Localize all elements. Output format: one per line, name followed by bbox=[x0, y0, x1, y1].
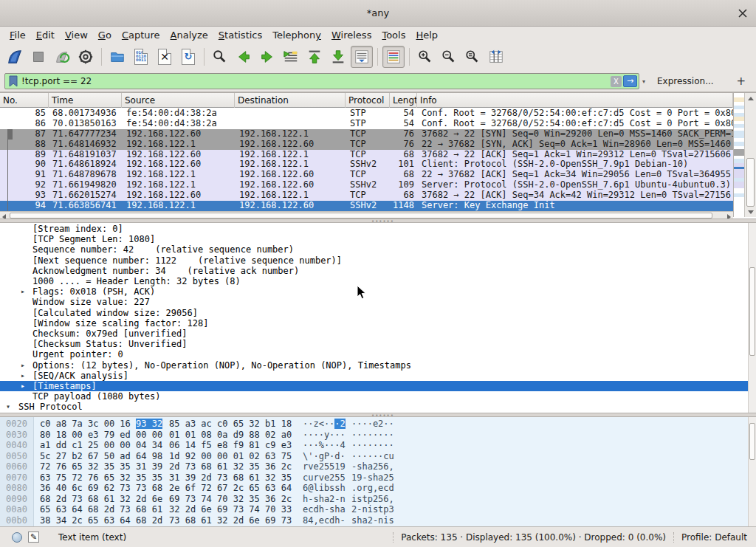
detail-line[interactable]: ▸Options: (12 bytes), No-Operation (NOP)… bbox=[0, 360, 748, 371]
detail-line[interactable]: [Window size scaling factor: 128] bbox=[0, 318, 748, 328]
expander-closed-icon[interactable]: ▸ bbox=[21, 286, 25, 297]
profile-label[interactable]: Profile: Default bbox=[673, 532, 755, 543]
colorize-packets-button[interactable] bbox=[382, 46, 405, 68]
packet-list-minimap[interactable] bbox=[733, 93, 744, 217]
packet-row[interactable]: 9171.648789678192.168.122.1192.168.122.6… bbox=[0, 170, 733, 180]
menu-capture[interactable]: Capture bbox=[117, 28, 165, 42]
open-capture-file-button[interactable] bbox=[106, 46, 128, 68]
expander-closed-icon[interactable]: ▸ bbox=[21, 371, 25, 381]
menu-go[interactable]: Go bbox=[93, 28, 117, 42]
hex-row[interactable]: 008036 40 6c 69 62 73 73 682e 6f 72 67 2… bbox=[0, 483, 748, 494]
details-vscroll-thumb[interactable] bbox=[749, 267, 755, 356]
column-header-time[interactable]: Time bbox=[49, 93, 122, 108]
display-filter-input[interactable]: !tcp.port == 22 X → bbox=[4, 73, 639, 89]
expander-open-icon[interactable]: ▾ bbox=[6, 402, 10, 412]
go-last-packet-button[interactable] bbox=[327, 46, 349, 68]
detail-line[interactable]: [TCP Segment Len: 1080] bbox=[0, 234, 748, 244]
vscroll-thumb[interactable] bbox=[746, 158, 755, 207]
hex-row[interactable]: 00b038 34 2c 65 63 64 68 2d73 68 61 32 2… bbox=[0, 515, 748, 526]
details-vscrollbar[interactable] bbox=[748, 223, 756, 413]
packet-row[interactable]: 9071.648618924192.168.122.60192.168.122.… bbox=[0, 159, 733, 170]
detail-line[interactable]: [Checksum Status: Unverified] bbox=[0, 339, 748, 349]
column-header-source[interactable]: Source bbox=[122, 93, 235, 108]
detail-line[interactable]: TCP payload (1080 bytes) bbox=[0, 391, 748, 402]
bookmark-icon[interactable] bbox=[8, 75, 18, 87]
restart-capture-button[interactable] bbox=[51, 46, 73, 68]
save-capture-file-button[interactable]: 010101100011 bbox=[130, 46, 152, 68]
zoom-in-button[interactable] bbox=[414, 46, 436, 68]
scroll-down-icon[interactable] bbox=[748, 210, 754, 214]
expander-closed-icon[interactable]: ▸ bbox=[21, 381, 25, 391]
column-header-info[interactable]: Info bbox=[417, 93, 733, 108]
filter-history-caret-icon[interactable]: ▾ bbox=[639, 78, 648, 85]
add-filter-button[interactable]: + bbox=[736, 75, 746, 88]
hex-vscroll-thumb[interactable] bbox=[749, 423, 755, 460]
hex-row[interactable]: 003080 18 00 e3 79 ed 00 0001 01 08 0a d… bbox=[0, 430, 748, 441]
menu-edit[interactable]: Edit bbox=[31, 28, 60, 42]
detail-line[interactable]: 1000 .... = Header Length: 32 bytes (8) bbox=[0, 276, 748, 286]
go-forward-button[interactable] bbox=[256, 46, 278, 68]
menu-file[interactable]: File bbox=[4, 28, 31, 42]
packet-row[interactable]: 8670.013850163fe:54:00:d4:38:2aSTP54Conf… bbox=[0, 119, 733, 129]
detail-line[interactable]: [Calculated window size: 29056] bbox=[0, 308, 748, 318]
capture-options-button[interactable] bbox=[75, 46, 97, 68]
expression-button[interactable]: Expression... bbox=[657, 76, 714, 86]
detail-line[interactable]: Checksum: 0x79ed [unverified] bbox=[0, 328, 748, 339]
detail-line[interactable]: Sequence number: 42 (relative sequence n… bbox=[0, 244, 748, 255]
hex-row[interactable]: 006072 76 65 32 35 35 31 392d 73 68 61 3… bbox=[0, 461, 748, 472]
hex-row[interactable]: 007063 75 72 76 65 32 35 3531 39 2d 73 6… bbox=[0, 472, 748, 484]
menu-tools[interactable]: Tools bbox=[377, 28, 410, 42]
resize-columns-button[interactable] bbox=[485, 46, 507, 68]
menu-help[interactable]: Help bbox=[410, 28, 443, 42]
hex-row[interactable]: 00a065 63 64 68 2d 73 68 6132 2d 6e 69 7… bbox=[0, 504, 748, 515]
detail-line[interactable]: ▸Flags: 0x018 (PSH, ACK) bbox=[0, 286, 748, 297]
packet-row[interactable]: 8971.648191037192.168.122.60192.168.122.… bbox=[0, 150, 733, 160]
column-header-no[interactable]: No. bbox=[0, 93, 49, 108]
auto-scroll-button[interactable] bbox=[351, 46, 373, 68]
hex-row[interactable]: 009068 2d 73 68 61 32 2d 6e69 73 74 70 3… bbox=[0, 494, 748, 505]
expert-info-icon[interactable] bbox=[12, 532, 22, 543]
hex-row[interactable]: 0020c0 a8 7a 3c 00 16 93 3285 a3 ac c0 6… bbox=[0, 419, 748, 430]
detail-line[interactable]: [Stream index: 0] bbox=[0, 224, 748, 234]
menu-view[interactable]: View bbox=[60, 28, 93, 42]
packet-row[interactable]: 8871.648146932192.168.122.1192.168.122.6… bbox=[0, 140, 733, 150]
expander-closed-icon[interactable]: ▸ bbox=[21, 360, 25, 371]
detail-line[interactable]: ▸[Timestamps] bbox=[0, 381, 748, 391]
detail-line[interactable]: Acknowledgment number: 34 (relative ack … bbox=[0, 266, 748, 276]
apply-filter-icon[interactable]: → bbox=[623, 75, 637, 87]
packet-row[interactable]: 8568.001734936fe:54:00:d4:38:2aSTP54Conf… bbox=[0, 109, 733, 119]
hscroll-thumb[interactable] bbox=[10, 213, 712, 219]
start-capture-button[interactable] bbox=[4, 46, 26, 68]
packet-row[interactable]: 9471.663856741192.168.122.1192.168.122.6… bbox=[0, 201, 733, 211]
hex-vscrollbar[interactable] bbox=[748, 417, 756, 526]
column-header-length[interactable]: Length bbox=[390, 93, 417, 108]
find-packet-button[interactable] bbox=[209, 46, 231, 68]
stop-capture-button[interactable] bbox=[27, 46, 49, 68]
detail-line[interactable]: Window size value: 227 bbox=[0, 297, 748, 307]
go-back-button[interactable] bbox=[233, 46, 255, 68]
close-capture-file-button[interactable]: ✕ bbox=[154, 46, 176, 68]
menu-analyze[interactable]: Analyze bbox=[165, 28, 213, 42]
detail-line[interactable]: ▸[SEQ/ACK analysis] bbox=[0, 371, 748, 381]
packet-list-vscrollbar[interactable] bbox=[744, 93, 756, 217]
menu-statistics[interactable]: Statistics bbox=[213, 28, 267, 42]
packet-row[interactable]: 8771.647777234192.168.122.60192.168.122.… bbox=[0, 129, 733, 140]
go-to-packet-button[interactable] bbox=[280, 46, 302, 68]
reload-file-button[interactable]: ↻ bbox=[177, 46, 199, 68]
column-header-destination[interactable]: Destination bbox=[235, 93, 346, 108]
clear-filter-icon[interactable]: X bbox=[611, 76, 622, 87]
scroll-up-icon[interactable] bbox=[748, 97, 754, 100]
detail-line[interactable]: ▾SSH Protocol bbox=[0, 402, 748, 412]
column-header-protocol[interactable]: Protocol bbox=[346, 93, 390, 108]
menu-telephony[interactable]: Telephony bbox=[267, 28, 326, 42]
close-icon[interactable] bbox=[737, 7, 749, 19]
detail-line[interactable]: [Next sequence number: 1122 (relative se… bbox=[0, 255, 748, 266]
hex-row[interactable]: 0040a1 dd c1 25 00 00 04 3406 14 f5 e8 f… bbox=[0, 440, 748, 451]
packet-row[interactable]: 9371.662015274192.168.122.60192.168.122.… bbox=[0, 190, 733, 201]
menu-wireless[interactable]: Wireless bbox=[326, 28, 377, 42]
packet-row[interactable]: 9271.661949820192.168.122.1192.168.122.6… bbox=[0, 180, 733, 190]
zoom-out-button[interactable] bbox=[438, 46, 460, 68]
capture-comment-icon[interactable]: ✎ bbox=[28, 531, 39, 543]
zoom-reset-button[interactable] bbox=[461, 46, 484, 68]
go-first-packet-button[interactable] bbox=[303, 46, 326, 68]
